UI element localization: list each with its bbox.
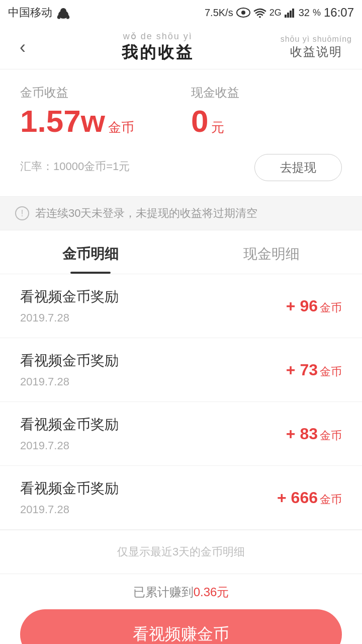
- transaction-left-3: 看视频金币奖励 2019.7.28: [20, 479, 119, 516]
- transaction-title-2: 看视频金币奖励: [20, 415, 119, 434]
- svg-rect-6: [287, 13, 289, 18]
- transaction-item: 看视频金币奖励 2019.7.28 + 73 金币: [0, 338, 362, 402]
- tab-cash-detail[interactable]: 现金明细: [181, 231, 362, 274]
- transaction-amount-1: + 73 金币: [286, 361, 342, 379]
- transaction-amount-num-1: + 73: [286, 361, 318, 379]
- transaction-item: 看视频金币奖励 2019.7.28 + 83 金币: [0, 402, 362, 466]
- transaction-amount-num-3: + 666: [277, 489, 318, 507]
- cash-label: 现金收益: [191, 85, 342, 101]
- transaction-date-1: 2019.7.28: [20, 375, 119, 388]
- earnings-info-button[interactable]: shōu yì shuōmíng 收益说明: [281, 35, 352, 60]
- svg-point-4: [259, 16, 261, 18]
- coin-label: 金币收益: [20, 85, 171, 101]
- title-chinese: 我的收益: [122, 42, 194, 64]
- transaction-amount-unit-0: 金币: [320, 300, 342, 315]
- watch-video-button[interactable]: 看视频赚金币: [20, 609, 342, 644]
- earnings-section: 金币收益 1.57w 金币 现金收益 0 元: [0, 69, 362, 137]
- signal-icon: [285, 8, 296, 18]
- transaction-left-1: 看视频金币奖励 2019.7.28: [20, 351, 119, 388]
- wifi-icon: [253, 8, 266, 18]
- transaction-left-0: 看视频金币奖励 2019.7.28: [20, 287, 119, 325]
- qq-icon: [55, 6, 71, 20]
- coin-value: 1.57w: [20, 106, 105, 137]
- total-prefix: 已累计赚到: [133, 585, 194, 599]
- total-value: 0.36元: [194, 585, 229, 599]
- transaction-amount-unit-1: 金币: [320, 364, 342, 379]
- transaction-date-2: 2019.7.28: [20, 439, 119, 452]
- coin-earnings-col: 金币收益 1.57w 金币: [20, 85, 171, 137]
- transaction-title-3: 看视频金币奖励: [20, 479, 119, 498]
- coin-value-row: 1.57w 金币: [20, 106, 171, 137]
- warning-icon: !: [15, 206, 29, 220]
- battery-text: 32: [299, 7, 310, 19]
- transaction-list: 看视频金币奖励 2019.7.28 + 96 金币 看视频金币奖励 2019.7…: [0, 274, 362, 530]
- title-pinyin: wǒ de shōu yì: [123, 31, 193, 42]
- cash-unit: 元: [211, 119, 224, 136]
- tab-bar: 金币明细 现金明细: [0, 231, 362, 274]
- page-title: wǒ de shōu yì 我的收益: [122, 31, 194, 64]
- transaction-amount-unit-2: 金币: [320, 428, 342, 443]
- warning-text: 若连续30天未登录，未提现的收益将过期清空: [35, 206, 257, 221]
- carrier-text: 中国移动: [8, 5, 52, 20]
- footer-note-text: 仅显示最近3天的金币明细: [117, 545, 245, 558]
- transaction-left-2: 看视频金币奖励 2019.7.28: [20, 415, 119, 452]
- nav-bar: ‹ wǒ de shōu yì 我的收益 shōu yì shuōmíng 收益…: [0, 25, 362, 69]
- transaction-amount-3: + 666 金币: [277, 489, 342, 507]
- transaction-item: 看视频金币奖励 2019.7.28 + 666 金币: [0, 466, 362, 530]
- warning-banner: ! 若连续30天未登录，未提现的收益将过期清空: [0, 196, 362, 230]
- cash-earnings-col: 现金收益 0 元: [171, 85, 342, 137]
- footer-note: 仅显示最近3天的金币明细: [0, 530, 362, 574]
- bottom-bar: 已累计赚到0.36元 看视频赚金币: [0, 574, 362, 644]
- transaction-date-3: 2019.7.28: [20, 503, 119, 516]
- svg-rect-7: [290, 11, 292, 18]
- exchange-withdraw-row: 汇率：10000金币=1元 去提现: [0, 137, 362, 196]
- status-right-icons: 7.5K/s 2G 32 % 16:07: [205, 6, 354, 20]
- right-pinyin: shōu yì shuōmíng: [281, 35, 352, 44]
- svg-point-1: [60, 8, 66, 14]
- tab-cash-label: 现金明细: [243, 246, 300, 262]
- cash-value: 0: [191, 106, 208, 137]
- transaction-title-0: 看视频金币奖励: [20, 287, 119, 306]
- cash-value-row: 0 元: [191, 106, 342, 137]
- tab-coin-detail[interactable]: 金币明细: [0, 231, 181, 274]
- transaction-amount-num-0: + 96: [286, 297, 318, 315]
- transaction-amount-unit-3: 金币: [320, 492, 342, 507]
- total-earned-row: 已累计赚到0.36元: [20, 584, 342, 600]
- svg-rect-8: [292, 9, 294, 18]
- eye-icon: [236, 7, 250, 18]
- time-display: 16:07: [324, 6, 354, 20]
- transaction-title-1: 看视频金币奖励: [20, 351, 119, 370]
- exchange-rate: 汇率：10000金币=1元: [20, 159, 130, 174]
- network-type: 2G: [269, 8, 282, 18]
- transaction-amount-num-2: + 83: [286, 425, 318, 443]
- right-label: 收益说明: [290, 44, 342, 60]
- back-icon: ‹: [20, 37, 26, 58]
- svg-rect-5: [285, 15, 287, 18]
- status-bar: 中国移动 7.5K/s 2G 32 %: [0, 0, 362, 25]
- tab-coin-label: 金币明细: [62, 246, 119, 262]
- transaction-amount-2: + 83 金币: [286, 425, 342, 443]
- battery-percent: %: [313, 8, 321, 18]
- coin-unit: 金币: [108, 119, 134, 136]
- network-speed: 7.5K/s: [205, 7, 233, 19]
- transaction-amount-0: + 96 金币: [286, 297, 342, 315]
- status-carrier: 中国移动: [8, 5, 71, 20]
- svg-point-3: [241, 11, 245, 15]
- back-button[interactable]: ‹: [10, 35, 35, 60]
- transaction-date-0: 2019.7.28: [20, 311, 119, 325]
- withdraw-button[interactable]: 去提现: [254, 154, 342, 181]
- transaction-item: 看视频金币奖励 2019.7.28 + 96 金币: [0, 274, 362, 338]
